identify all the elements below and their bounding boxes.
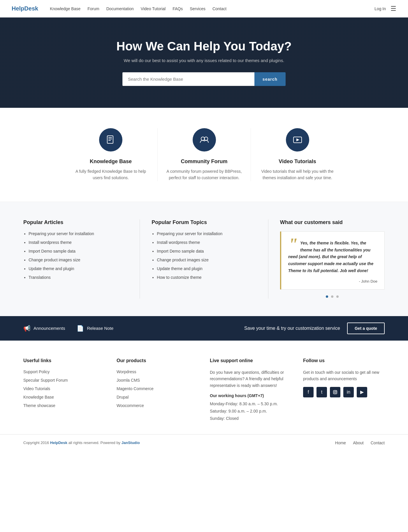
nav-contact[interactable]: Contact <box>212 6 226 11</box>
svg-rect-8 <box>333 390 337 394</box>
list-item: Change product images size <box>157 258 256 262</box>
hours-2: Sunday: Closed <box>210 416 239 421</box>
footer-useful-links: Userful links Support Policy Specular Su… <box>23 358 105 422</box>
list-item: Translations <box>29 275 128 280</box>
logo[interactable]: HelpDesk <box>12 5 38 12</box>
working-hours-text: Monday-Friday: 8.30 a.m. – 5.30 p.m. Sat… <box>210 400 291 422</box>
list-item: Update theme and plugin <box>157 266 256 271</box>
list-item: Worpdress <box>117 369 198 374</box>
youtube-icon[interactable]: ▶ <box>357 387 367 397</box>
search-input[interactable] <box>122 72 254 86</box>
nav-knowledge-base[interactable]: Knowledge Base <box>50 6 80 11</box>
search-button[interactable]: search <box>254 72 286 86</box>
svg-marker-7 <box>296 138 299 141</box>
facebook-icon[interactable]: f <box>303 387 314 397</box>
announcements-item: 📢 Announcements <box>23 325 65 332</box>
useful-links-heading: Userful links <box>23 358 105 363</box>
useful-link-0[interactable]: Support Policy <box>23 369 50 374</box>
article-link-5[interactable]: Translations <box>29 275 51 280</box>
article-link-1[interactable]: Install wordpress theme <box>29 240 72 245</box>
nav-video-tutorial[interactable]: Video Tutorial <box>141 6 166 11</box>
dot-2[interactable] <box>336 295 339 298</box>
announcements-label[interactable]: Announcements <box>34 326 65 331</box>
useful-link-1[interactable]: Specular Support Forum <box>23 378 68 383</box>
footer-about-link[interactable]: About <box>353 441 364 445</box>
list-item: Joomla CMS <box>117 378 198 383</box>
product-link-2[interactable]: Magento Commerce <box>117 386 154 391</box>
release-note-icon: 📄 <box>77 325 84 332</box>
feature-forum-desc: A community forum powered by BBPress, pe… <box>166 168 242 181</box>
forum-link-5[interactable]: How to customize theme <box>157 275 201 280</box>
release-note-label[interactable]: Release Note <box>87 326 113 331</box>
popular-articles-heading: Popular Articles <box>23 219 128 226</box>
linkedin-icon[interactable]: in <box>343 387 354 397</box>
twitter-icon[interactable]: t <box>316 387 327 397</box>
brand-link[interactable]: HelpDesk <box>50 441 67 445</box>
hamburger-icon[interactable]: ☰ <box>391 5 396 13</box>
useful-link-2[interactable]: Video Tutorials <box>23 386 50 391</box>
hero-title: How We Can Help You Today? <box>102 39 306 53</box>
nav-services[interactable]: Services <box>190 6 205 11</box>
hero-section: How We Can Help You Today? We will do ou… <box>0 17 408 108</box>
forum-link-2[interactable]: Import Demo sample data <box>157 249 204 253</box>
svg-rect-0 <box>107 136 113 143</box>
hours-1: Saturday: 9.00 a.m. – 2.00 p.m. <box>210 409 267 413</box>
footer-copyright: Copyright 2016 HelpDesk all rights reser… <box>23 441 140 445</box>
product-link-1[interactable]: Joomla CMS <box>117 378 140 383</box>
follow-us-description: Get in touch with our socials to get all… <box>303 369 385 382</box>
popular-articles-list: Preparing your server for installation I… <box>23 231 128 280</box>
svg-point-9 <box>334 391 336 393</box>
products-heading: Our products <box>117 358 198 363</box>
social-icons: f t in ▶ <box>303 387 385 397</box>
cta-text: Save your time & try our customization s… <box>244 326 340 331</box>
product-link-3[interactable]: Drupal <box>117 395 129 399</box>
nav-documentation[interactable]: Documentation <box>106 6 134 11</box>
video-icon <box>286 128 309 152</box>
feature-video-title: Video Tutorials <box>260 158 335 165</box>
login-link[interactable]: Log In <box>374 6 386 11</box>
follow-us-heading: Follow us <box>303 358 385 363</box>
products-list: Worpdress Joomla CMS Magento Commerce Dr… <box>117 369 198 408</box>
testimonial-dots <box>280 294 385 299</box>
popular-forum-col: Popular Forum Topics Preparing your serv… <box>140 219 268 299</box>
dot-1[interactable] <box>331 295 333 298</box>
forum-link-0[interactable]: Preparing your server for installation <box>157 231 222 236</box>
list-item: Change product images size <box>29 258 128 262</box>
list-item: Magento Commerce <box>117 386 198 391</box>
footer-contact-link[interactable]: Contact <box>371 441 385 445</box>
dark-bar: 📢 Announcements 📄 Release Note Save your… <box>0 316 408 341</box>
useful-link-4[interactable]: Theme showcase <box>23 403 55 408</box>
forum-icon <box>193 128 216 152</box>
article-link-0[interactable]: Preparing your server for installation <box>29 231 94 236</box>
feature-kb-title: Knowledge Base <box>73 158 149 165</box>
features-section: Knowledge Base A fully fledged Knowledge… <box>0 108 408 202</box>
list-item: Preparing your server for installation <box>157 231 256 236</box>
nav-faqs[interactable]: FAQs <box>173 6 183 11</box>
nav-forum[interactable]: Forum <box>87 6 99 11</box>
get-quote-button[interactable]: Get a quote <box>347 323 385 334</box>
instagram-icon[interactable] <box>330 387 340 397</box>
product-link-4[interactable]: Woocommerce <box>117 403 144 408</box>
live-support-heading: Live support online <box>210 358 291 363</box>
list-item: Drupal <box>117 394 198 399</box>
list-item: Theme showcase <box>23 403 105 408</box>
forum-link-3[interactable]: Change product images size <box>157 258 208 262</box>
article-link-4[interactable]: Update theme and plugin <box>29 266 74 271</box>
list-item: Video Tutorials <box>23 386 105 391</box>
quote-mark-icon: " <box>288 240 298 249</box>
testimonial-author: - John Doe <box>288 279 377 283</box>
forum-link-4[interactable]: Update theme and plugin <box>157 266 202 271</box>
list-item: Update theme and plugin <box>29 266 128 271</box>
powered-by-link[interactable]: JanStudio <box>122 441 140 445</box>
content-section: Popular Articles Preparing your server f… <box>0 202 408 316</box>
list-item: Knowledge Base <box>23 394 105 399</box>
footer-home-link[interactable]: Home <box>335 441 346 445</box>
article-link-2[interactable]: Import Demo sample data <box>29 249 75 253</box>
useful-link-3[interactable]: Knowledge Base <box>23 395 54 399</box>
list-item: Preparing your server for installation <box>29 231 128 236</box>
dot-0[interactable] <box>326 295 328 298</box>
product-link-0[interactable]: Worpdress <box>117 369 136 374</box>
forum-link-1[interactable]: Install wordpress theme <box>157 240 200 245</box>
article-link-3[interactable]: Change product images size <box>29 258 80 262</box>
release-note-item: 📄 Release Note <box>77 325 113 332</box>
